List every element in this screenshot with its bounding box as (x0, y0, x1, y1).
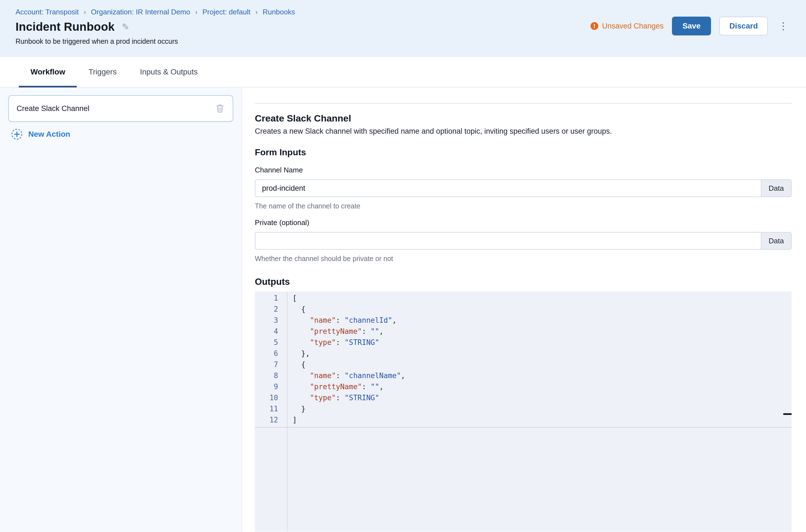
field-help: Whether the channel should be private or… (255, 255, 792, 263)
private-input[interactable] (255, 232, 761, 250)
channel-name-input[interactable] (255, 179, 761, 197)
code-text: } (287, 403, 306, 414)
code-line[interactable]: 10 "type": "STRING" (255, 392, 792, 403)
breadcrumb-organization[interactable]: Organization: IR Internal Demo (91, 8, 190, 16)
code-text: ] (287, 414, 297, 425)
field-label: Channel Name (255, 166, 792, 174)
breadcrumb-project[interactable]: Project: default (202, 8, 250, 16)
breadcrumb: Account: Transposit›Organization: IR Int… (16, 8, 295, 16)
delete-action-button[interactable] (214, 102, 225, 115)
breadcrumb-separator: › (255, 8, 258, 16)
page-header: Account: Transposit›Organization: IR Int… (0, 0, 806, 57)
outputs-code-editor[interactable]: 1[2 {3 "name": "channelId",4 "prettyName… (255, 291, 792, 532)
line-number: 6 (255, 348, 287, 359)
code-line[interactable]: 6 }, (255, 348, 792, 359)
line-number: 2 (255, 304, 287, 315)
tab-bar: WorkflowTriggersInputs & Outputs (0, 57, 806, 88)
code-text: "type": "STRING" (287, 337, 379, 348)
code-line[interactable]: 8 "name": "channelName", (255, 370, 792, 381)
code-line[interactable]: 2 { (255, 304, 792, 315)
line-number: 5 (255, 337, 287, 348)
action-description: Creates a new Slack channel with specifi… (255, 127, 792, 136)
main-area: Create Slack Channel New Action Create S… (0, 88, 806, 532)
code-line[interactable]: 9 "prettyName": "", (255, 381, 792, 392)
code-text: "name": "channelId", (287, 315, 397, 326)
line-number: 1 (255, 292, 287, 304)
channel-name-data-button[interactable]: Data (761, 179, 792, 197)
private-data-button[interactable]: Data (761, 232, 792, 250)
outputs-heading: Outputs (255, 277, 792, 287)
code-line[interactable]: 5 "type": "STRING" (255, 337, 792, 348)
title-row: Incident Runbook ✎ (16, 20, 295, 34)
trash-icon (216, 104, 224, 113)
code-line[interactable]: 12] (255, 414, 792, 425)
form-field: Private (optional)DataWhether the channe… (255, 218, 792, 263)
line-number: 12 (255, 414, 287, 425)
field-help: The name of the channel to create (255, 202, 792, 210)
breadcrumb-separator: › (195, 8, 198, 16)
code-lines: 1[2 {3 "name": "channelId",4 "prettyName… (255, 291, 792, 425)
line-number: 4 (255, 326, 287, 337)
new-action-button[interactable]: New Action (11, 129, 233, 140)
code-text: }, (287, 348, 310, 359)
action-card[interactable]: Create Slack Channel (8, 95, 233, 122)
code-text: { (287, 304, 306, 315)
unsaved-changes-label: Unsaved Changes (602, 22, 664, 31)
line-number: 11 (255, 403, 287, 414)
line-number: 3 (255, 315, 287, 326)
page-subtitle: Runbook to be triggered when a prod inci… (16, 37, 295, 45)
action-detail-panel: Create Slack Channel Creates a new Slack… (242, 88, 806, 532)
code-text: "prettyName": "", (287, 326, 384, 337)
header-actions: ! Unsaved Changes Save Discard ⋮ (590, 17, 790, 35)
code-text: "type": "STRING" (287, 392, 379, 403)
code-text: "name": "channelName", (287, 370, 405, 381)
code-line[interactable]: 4 "prettyName": "", (255, 326, 792, 337)
new-action-label: New Action (28, 130, 70, 139)
save-button[interactable]: Save (672, 17, 711, 35)
code-line[interactable]: 3 "name": "channelId", (255, 315, 792, 326)
form-fields: Channel NameDataThe name of the channel … (255, 166, 792, 263)
line-number: 9 (255, 381, 287, 392)
form-inputs-heading: Form Inputs (255, 147, 792, 157)
warning-icon: ! (590, 22, 598, 30)
code-text: [ (287, 292, 297, 304)
form-field: Channel NameDataThe name of the channel … (255, 166, 792, 210)
line-number: 7 (255, 359, 287, 370)
line-number: 10 (255, 392, 287, 403)
plus-circle-icon (11, 129, 23, 140)
line-number: 8 (255, 370, 287, 381)
code-line[interactable]: 11 } (255, 403, 792, 414)
tab-triggers[interactable]: Triggers (77, 57, 128, 87)
breadcrumb-account[interactable]: Account: Transposit (16, 8, 79, 16)
kebab-menu-icon[interactable]: ⋮ (776, 20, 790, 32)
app-window: Account: Transposit›Organization: IR Int… (0, 0, 806, 532)
field-label: Private (optional) (255, 218, 792, 227)
code-line[interactable]: 1[ (255, 292, 792, 304)
page-title: Incident Runbook (16, 20, 115, 34)
edit-title-icon[interactable]: ✎ (122, 22, 129, 32)
action-title: Create Slack Channel (255, 113, 792, 124)
top-divider (255, 103, 792, 103)
unsaved-changes-badge: ! Unsaved Changes (590, 22, 664, 31)
breadcrumb-separator: › (84, 8, 86, 16)
tab-inputs-outputs[interactable]: Inputs & Outputs (128, 57, 209, 87)
tab-workflow[interactable]: Workflow (19, 57, 77, 87)
code-text: "prettyName": "", (287, 381, 384, 392)
breadcrumb-runbooks[interactable]: Runbooks (262, 8, 295, 16)
workflow-sidebar: Create Slack Channel New Action (0, 88, 242, 532)
input-group: Data (255, 179, 792, 197)
scrollbar-marker[interactable] (783, 413, 792, 415)
action-card-label: Create Slack Channel (17, 104, 90, 113)
discard-button[interactable]: Discard (719, 17, 768, 35)
input-group: Data (255, 232, 792, 250)
code-text: { (287, 359, 306, 370)
code-line[interactable]: 7 { (255, 359, 792, 370)
code-end-divider (255, 427, 792, 428)
header-left: Account: Transposit›Organization: IR Int… (16, 8, 295, 57)
